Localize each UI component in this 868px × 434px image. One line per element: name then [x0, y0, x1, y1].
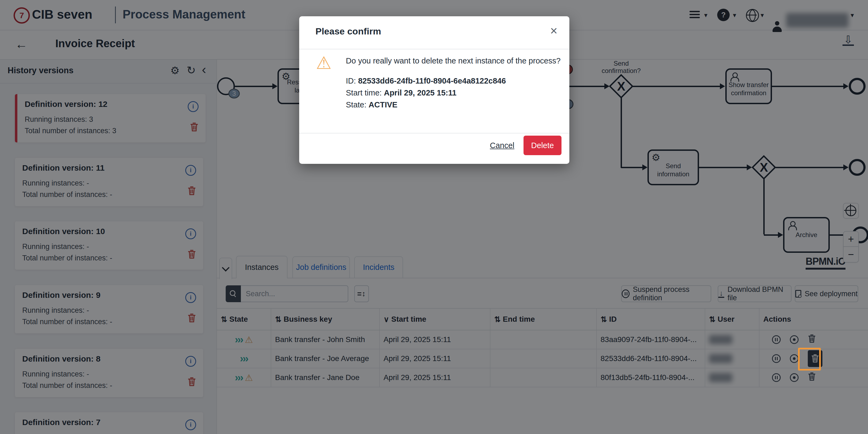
id-label: ID: — [346, 76, 358, 85]
start-time-value: April 29, 2025 15:11 — [384, 88, 457, 97]
dialog-title: Please confirm — [315, 26, 381, 37]
state-value: ACTIVE — [369, 100, 397, 109]
state-label: State: — [346, 100, 369, 109]
delete-button[interactable]: Delete — [524, 135, 561, 155]
cancel-button[interactable]: Cancel — [490, 141, 514, 150]
state-line: State: ACTIVE — [346, 100, 397, 109]
confirm-dialog: Please confirm × ⚠ Do you really want to… — [299, 16, 569, 164]
dialog-header-divider — [299, 49, 569, 50]
start-time-label: Start time: — [346, 88, 384, 97]
clicked-element-highlight — [798, 348, 821, 371]
start-time-line: Start time: April 29, 2025 15:11 — [346, 88, 457, 97]
confirm-question: Do you really want to delete the next in… — [346, 56, 563, 65]
id-value: 82533dd6-24fb-11f0-8904-6e4a8122c846 — [358, 76, 506, 85]
instance-id-line: ID: 82533dd6-24fb-11f0-8904-6e4a8122c846 — [346, 76, 506, 86]
warning-triangle-icon: ⚠ — [316, 54, 332, 72]
close-icon[interactable]: × — [550, 23, 557, 38]
dialog-footer-divider — [299, 133, 569, 133]
